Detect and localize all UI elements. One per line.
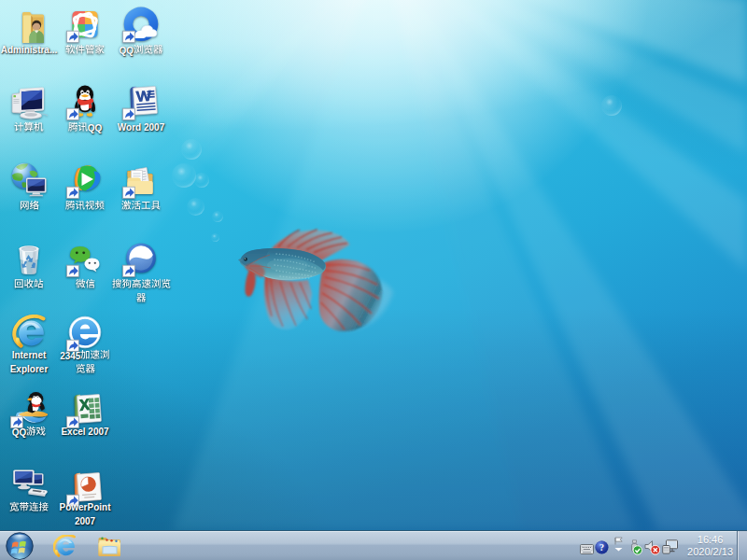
svg-text:?: ? bbox=[599, 542, 604, 553]
